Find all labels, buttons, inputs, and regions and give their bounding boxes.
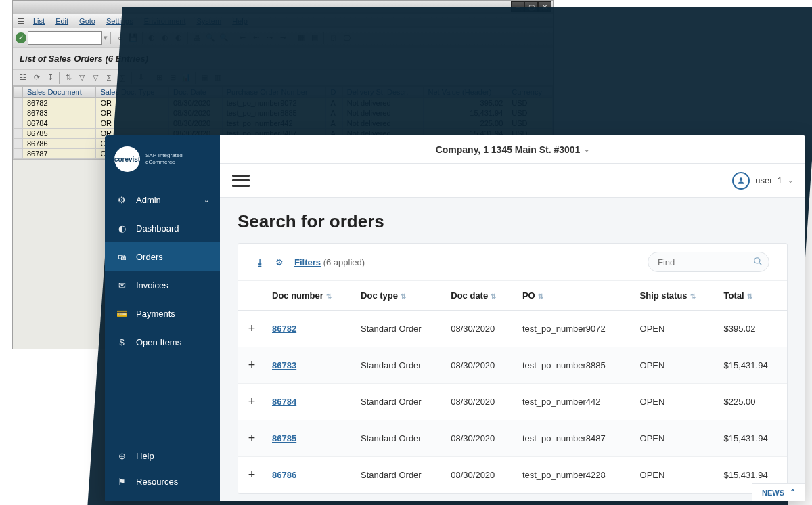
cell: 08/30/2020 (444, 457, 516, 493)
cell: 86784 (23, 118, 96, 129)
sidebar-item-invoices[interactable]: ✉Invoices (105, 271, 220, 299)
main-area: Company, 1 1345 Main St. #3001 ⌄ user_1 … (220, 135, 805, 501)
expand-row-icon[interactable]: + (238, 347, 265, 384)
ok-icon[interactable]: ✓ (16, 32, 26, 43)
company-name: Company, 1 1345 Main St. #3001 (436, 144, 581, 155)
chevron-down-icon: ⌄ (204, 196, 209, 204)
sidebar: corevist SAP-Integrated eCommerce ⚙Admin… (105, 135, 220, 501)
page-content: Search for orders ⭳ ⚙ Filters (6 applied… (220, 198, 805, 501)
user-name: user_1 (755, 175, 782, 185)
filter2-icon[interactable]: ▽ (89, 72, 102, 84)
cell: 08/30/2020 (444, 347, 516, 384)
cell: 08/30/2020 (444, 311, 516, 347)
page-title: Search for orders (238, 211, 788, 232)
sidebar-item-label: Invoices (136, 280, 168, 290)
expand-row-icon[interactable]: + (238, 420, 265, 457)
cell: OPEN (633, 347, 717, 384)
sort-icon: ⇅ (326, 292, 332, 300)
expand-row-icon[interactable]: + (238, 457, 265, 493)
sap-col[interactable]: Sales Document (23, 87, 96, 98)
menu-back-icon[interactable]: ☰ (16, 16, 26, 26)
orders-col[interactable]: PO⇅ (516, 281, 633, 311)
search-field (648, 252, 769, 272)
sidebar-item-payments[interactable]: 💳Payments (105, 299, 220, 328)
user-menu[interactable]: user_1 ⌄ (732, 172, 793, 190)
orders-panel: ⭳ ⚙ Filters (6 applied) Doc number⇅Doc t (238, 243, 788, 494)
cell: Standard Order (354, 420, 444, 457)
orders-col[interactable]: Total⇅ (717, 281, 787, 311)
sidebar-item-open-items[interactable]: $Open Items (105, 328, 220, 356)
download-icon[interactable]: ⭳ (256, 257, 265, 267)
orders-col[interactable]: Ship status⇅ (633, 281, 717, 311)
chevron-up-icon: ⌃ (790, 488, 796, 497)
row-selector[interactable] (14, 149, 23, 159)
doc-number-link[interactable]: 86783 (272, 360, 296, 370)
doc-number-link[interactable]: 86782 (272, 324, 296, 334)
filter-icon[interactable]: ▽ (76, 72, 88, 84)
row-selector[interactable] (14, 139, 23, 149)
cell: Standard Order (354, 311, 444, 347)
row-selector[interactable] (14, 98, 23, 108)
orders-col[interactable]: Doc date⇅ (444, 281, 516, 311)
gear-icon: ⚙ (116, 194, 128, 206)
company-selector[interactable]: Company, 1 1345 Main St. #3001 ⌄ (220, 135, 805, 164)
filters-count: (6 applied) (323, 257, 365, 267)
sort-icon: ⇅ (491, 292, 496, 300)
doc-number-link[interactable]: 86785 (272, 433, 296, 443)
refresh-icon[interactable]: ⟳ (30, 72, 43, 84)
cell: OPEN (633, 311, 717, 347)
doc-number-link[interactable]: 86786 (272, 470, 296, 480)
row-selector[interactable] (14, 108, 23, 118)
search-icon[interactable] (753, 257, 763, 268)
sort-icon: ⇅ (690, 292, 696, 300)
sidebar-item-help[interactable]: ⊕Help (105, 443, 220, 468)
sap-menu-goto[interactable]: Goto (74, 16, 101, 26)
cell: 08/30/2020 (444, 384, 516, 420)
sidebar-item-admin[interactable]: ⚙Admin⌄ (105, 185, 220, 214)
orders-col[interactable]: Doc number⇅ (265, 281, 354, 311)
filter-bar: ⭳ ⚙ Filters (6 applied) (238, 244, 787, 281)
row-selector[interactable] (14, 118, 23, 129)
sum-icon[interactable]: Σ (103, 72, 115, 84)
table-row: + 86786 Standard Order 08/30/2020 test_p… (238, 457, 787, 493)
expand-row-icon[interactable]: + (238, 384, 265, 420)
table-row: + 86784 Standard Order 08/30/2020 test_p… (238, 384, 787, 420)
sort-icon: ⇅ (538, 292, 543, 300)
row-selector[interactable] (14, 129, 23, 139)
cell: $225.00 (717, 384, 787, 420)
hamburger-icon[interactable] (232, 175, 250, 187)
logo-icon: corevist (114, 146, 140, 172)
cell: $15,431.94 (717, 420, 787, 457)
sidebar-item-dashboard[interactable]: ◐Dashboard (105, 214, 220, 242)
corevist-app: corevist SAP-Integrated eCommerce ⚙Admin… (105, 135, 805, 501)
cell: 86786 (23, 139, 96, 149)
pie-icon: ◐ (116, 222, 128, 234)
cell: Standard Order (354, 347, 444, 384)
cell: test_po_number442 (516, 384, 633, 420)
details-icon[interactable]: ☳ (17, 72, 29, 84)
cell: test_po_number9072 (516, 311, 633, 347)
sidebar-item-orders[interactable]: 🛍Orders (105, 242, 220, 271)
envelope-icon: ✉ (116, 279, 128, 291)
cell: OPEN (633, 384, 717, 420)
sidebar-item-label: Resources (136, 477, 178, 487)
doc-number-link[interactable]: 86784 (272, 397, 296, 407)
table-row: + 86782 Standard Order 08/30/2020 test_p… (238, 311, 787, 347)
sidebar-item-resources[interactable]: ⚑Resources (105, 468, 220, 494)
search-input[interactable] (648, 252, 769, 272)
sap-menu-edit[interactable]: Edit (50, 16, 74, 26)
sort-icon: ⇅ (747, 292, 752, 300)
news-tab[interactable]: NEWS ⌃ (752, 483, 805, 501)
cell: Standard Order (354, 457, 444, 493)
sort-asc-icon[interactable]: ↧ (44, 72, 56, 84)
expand-row-icon[interactable]: + (238, 311, 265, 347)
sap-okcode-input[interactable] (28, 31, 102, 45)
filters-link[interactable]: Filters (294, 257, 321, 267)
sort-icon[interactable]: ⇅ (62, 72, 74, 84)
filter-icon[interactable]: ⚙ (275, 257, 284, 267)
cell: Standard Order (354, 384, 444, 420)
cell: test_po_number8885 (516, 347, 633, 384)
orders-col[interactable]: Doc type⇅ (354, 281, 444, 311)
sap-menu-list[interactable]: List (28, 16, 50, 26)
cell: $15,431.94 (717, 347, 787, 384)
